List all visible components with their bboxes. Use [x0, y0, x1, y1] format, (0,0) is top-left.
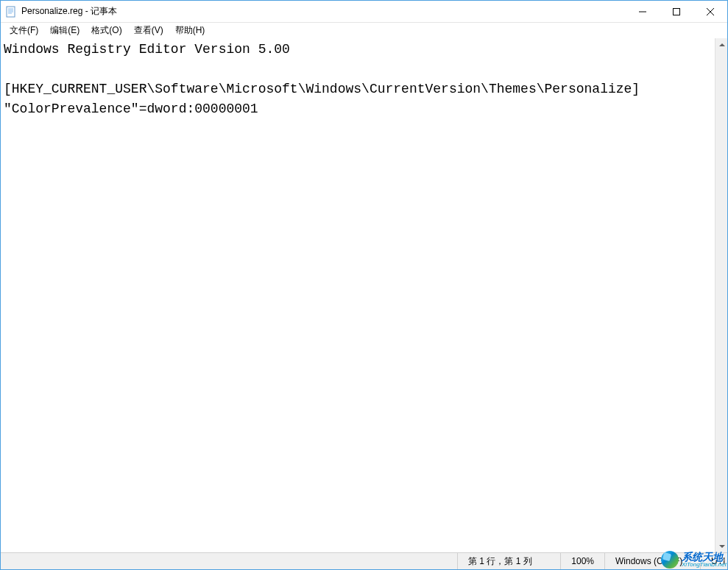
menubar: 文件(F) 编辑(E) 格式(O) 查看(V) 帮助(H): [1, 23, 727, 38]
svg-marker-10: [719, 545, 725, 548]
status-encoding: UTI: [701, 553, 727, 569]
scroll-track[interactable]: [715, 51, 727, 540]
status-line-ending: Windows (CRLF): [605, 553, 701, 569]
svg-rect-6: [674, 8, 680, 15]
menu-help[interactable]: 帮助(H): [169, 23, 211, 38]
text-editor[interactable]: Windows Registry Editor Version 5.00 [HK…: [1, 38, 715, 552]
maximize-button[interactable]: [660, 1, 693, 22]
menu-format[interactable]: 格式(O): [85, 23, 127, 38]
menu-view[interactable]: 查看(V): [128, 23, 169, 38]
close-button[interactable]: [693, 1, 727, 22]
window-title: Personalize.reg - 记事本: [21, 5, 626, 18]
status-position: 第 1 行，第 1 列: [458, 553, 561, 569]
scroll-up-icon[interactable]: [715, 38, 727, 51]
editor-wrapper: Windows Registry Editor Version 5.00 [HK…: [1, 38, 727, 552]
window-controls: [626, 1, 727, 22]
status-zoom: 100%: [561, 553, 605, 569]
statusbar: 第 1 行，第 1 列 100% Windows (CRLF) UTI: [1, 552, 727, 569]
scroll-down-icon[interactable]: [715, 540, 727, 552]
notepad-icon: [5, 6, 17, 18]
vertical-scrollbar[interactable]: [715, 38, 727, 552]
menu-file[interactable]: 文件(F): [4, 23, 44, 38]
titlebar: Personalize.reg - 记事本: [1, 1, 727, 23]
svg-marker-9: [719, 43, 725, 46]
status-spacer: [1, 553, 458, 569]
menu-edit[interactable]: 编辑(E): [44, 23, 85, 38]
minimize-button[interactable]: [626, 1, 660, 22]
